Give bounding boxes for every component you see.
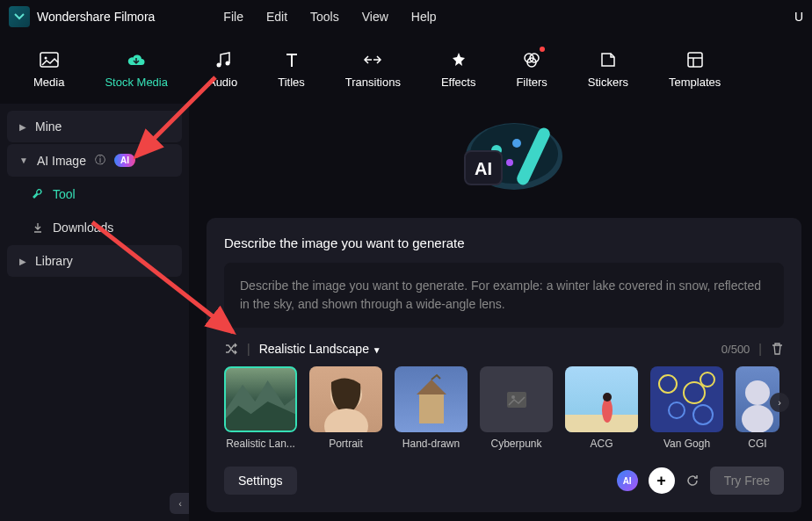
sidebar-downloads[interactable]: Downloads	[7, 212, 182, 243]
svg-rect-25	[565, 415, 638, 432]
tab-stock-media[interactable]: Stock Media	[89, 49, 184, 89]
content-area: AI Describe the image you want to genera…	[189, 104, 812, 521]
svg-point-29	[684, 382, 705, 403]
ai-generate-panel: Describe the image you want to generate …	[207, 218, 801, 512]
help-icon[interactable]: ⓘ	[95, 153, 105, 168]
try-free-button[interactable]: Try Free	[710, 467, 784, 495]
svg-point-2	[216, 62, 221, 67]
audio-icon	[213, 49, 234, 70]
style-portrait[interactable]: Portrait	[309, 366, 382, 450]
svg-point-33	[745, 380, 770, 405]
svg-point-30	[700, 373, 714, 387]
sidebar-mine[interactable]: ▶ Mine	[7, 111, 182, 142]
style-cyberpunk[interactable]: Cyberpunk	[480, 366, 553, 450]
svg-point-31	[669, 402, 685, 418]
svg-point-26	[602, 398, 613, 423]
title-bar: Wondershare Filmora File Edit Tools View…	[0, 0, 812, 33]
sidebar-collapse[interactable]: ‹	[170, 493, 191, 514]
tab-audio[interactable]: Audio	[192, 49, 253, 89]
sidebar-ai-image[interactable]: ▼ AI Image ⓘ AI	[7, 144, 182, 177]
tab-transitions[interactable]: Transitions	[330, 49, 417, 89]
tab-effects[interactable]: Effects	[425, 49, 492, 89]
svg-point-28	[659, 375, 677, 393]
menu-view[interactable]: View	[362, 10, 388, 24]
ai-credits-icon[interactable]: AI	[617, 470, 638, 491]
svg-point-34	[742, 405, 773, 432]
templates-icon	[685, 49, 706, 70]
filters-icon	[521, 49, 542, 70]
svg-point-15	[506, 159, 513, 166]
style-realistic-landscape[interactable]: Realistic Lan...	[224, 366, 297, 450]
transitions-icon	[362, 49, 383, 70]
carousel-next[interactable]: ›	[770, 393, 789, 412]
svg-point-21	[324, 409, 368, 432]
refresh-icon[interactable]	[685, 474, 700, 488]
ai-hero-image: AI	[189, 104, 812, 209]
download-icon	[32, 221, 44, 234]
svg-rect-23	[507, 392, 526, 408]
svg-text:AI: AI	[475, 159, 492, 178]
user-menu[interactable]: U	[794, 10, 803, 24]
ai-badge: AI	[114, 154, 135, 167]
shuffle-icon[interactable]	[224, 342, 238, 356]
toolbar: Media Stock Media Audio Titles Transitio…	[0, 33, 812, 104]
style-acg[interactable]: ACG	[565, 366, 638, 450]
style-hand-drawn[interactable]: Hand-drawn	[395, 366, 468, 450]
style-van-gogh[interactable]: Van Gogh	[650, 366, 723, 450]
sidebar-library[interactable]: ▶ Library	[7, 245, 182, 277]
trash-icon[interactable]	[771, 342, 784, 356]
svg-point-32	[693, 405, 713, 424]
style-carousel: Realistic Lan... Portrait Hand-drawn Cyb…	[224, 366, 784, 450]
style-dropdown[interactable]: Realistic Landscape ▼	[259, 342, 381, 356]
svg-point-27	[603, 393, 612, 402]
wrench-icon	[32, 188, 44, 200]
char-count: 0/500	[721, 343, 750, 356]
tab-media[interactable]: Media	[18, 49, 80, 89]
tab-filters[interactable]: Filters	[500, 49, 562, 89]
tab-titles[interactable]: Titles	[262, 49, 321, 89]
effects-icon	[448, 49, 469, 70]
menu-edit[interactable]: Edit	[266, 10, 287, 24]
settings-button[interactable]: Settings	[224, 467, 297, 495]
media-icon	[39, 49, 60, 70]
tab-templates[interactable]: Templates	[653, 49, 736, 89]
stickers-icon	[598, 49, 619, 70]
svg-point-1	[44, 56, 47, 59]
panel-title: Describe the image you want to generate	[224, 235, 784, 250]
cloud-icon	[126, 49, 147, 70]
style-selector-row: | Realistic Landscape ▼ 0/500 |	[224, 342, 784, 356]
sidebar: ▶ Mine ▼ AI Image ⓘ AI Tool Downloads ▶ …	[0, 104, 189, 521]
add-button[interactable]: +	[649, 467, 675, 494]
bottom-row: Settings AI + Try Free	[224, 467, 784, 495]
prompt-input[interactable]: Describe the image you want to generate.…	[224, 263, 784, 328]
app-title: Wondershare Filmora	[37, 10, 155, 24]
titles-icon	[281, 49, 302, 70]
app-icon	[9, 6, 30, 27]
svg-point-13	[512, 139, 521, 148]
menu-bar: File Edit Tools View Help	[223, 10, 436, 24]
sidebar-tool[interactable]: Tool	[7, 178, 182, 210]
svg-point-24	[511, 395, 515, 399]
menu-tools[interactable]: Tools	[310, 10, 339, 24]
caret-right-icon: ▶	[19, 257, 26, 266]
tab-stickers[interactable]: Stickers	[572, 49, 644, 89]
menu-file[interactable]: File	[223, 10, 243, 24]
menu-help[interactable]: Help	[411, 10, 437, 24]
svg-rect-7	[688, 53, 702, 67]
caret-right-icon: ▶	[19, 122, 26, 132]
svg-rect-22	[419, 393, 444, 423]
svg-point-3	[225, 61, 229, 65]
caret-down-icon: ▼	[19, 156, 28, 165]
